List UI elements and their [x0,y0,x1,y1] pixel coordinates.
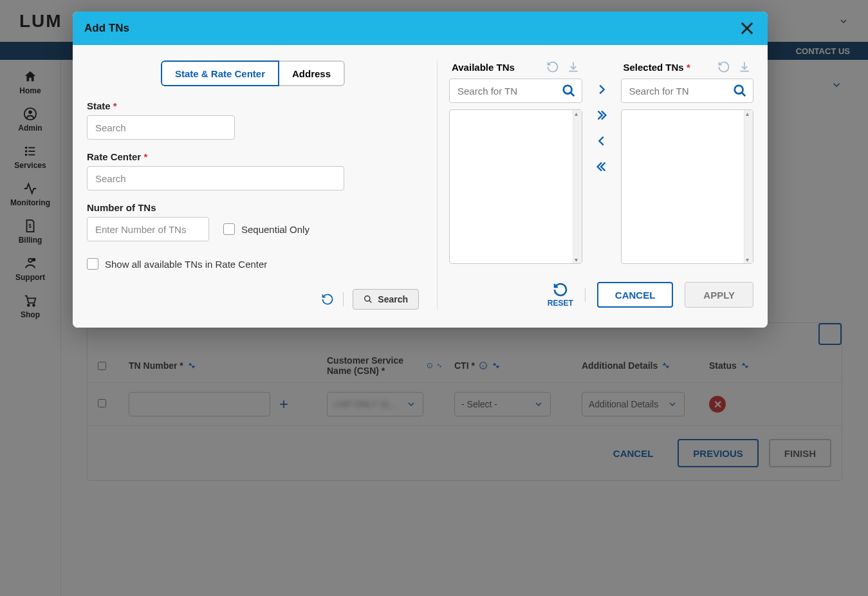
search-icon [364,295,373,304]
rate-center-input[interactable] [87,166,344,191]
move-all-left-icon[interactable] [595,160,609,174]
cancel-button[interactable]: CANCEL [597,282,674,308]
add-tns-modal: Add TNs State & Rate Center Address Stat… [73,12,768,328]
download-icon[interactable] [567,61,580,73]
search-icon[interactable] [562,84,576,98]
number-of-tns-input[interactable] [87,217,209,241]
svg-line-24 [570,93,574,97]
scrollbar[interactable] [573,110,582,263]
reset-button[interactable]: RESET [548,282,573,308]
move-all-right-icon[interactable] [595,108,609,122]
available-tns-list[interactable] [449,109,582,264]
tab-state-rate-center[interactable]: State & Rate Center [161,61,279,86]
svg-point-23 [563,86,571,94]
move-left-icon[interactable] [595,134,609,148]
svg-line-26 [742,93,746,97]
available-tns-label: Available TNs [452,62,515,73]
reset-icon[interactable] [546,61,559,73]
sequential-only-checkbox[interactable]: Sequential Only [223,223,309,235]
number-of-tns-label: Number of TNs [87,202,419,213]
move-right-icon[interactable] [595,82,609,97]
modal-title: Add TNs [84,22,129,35]
show-all-label: Show all available TNs in Rate Center [105,259,267,270]
svg-line-22 [369,301,372,303]
tab-address[interactable]: Address [279,61,345,86]
sequential-only-label: Sequential Only [241,224,309,235]
rate-center-label: Rate Center * [87,151,419,162]
selected-tns-label: Selected TNs * [623,62,690,73]
reset-icon [553,282,568,297]
download-icon[interactable] [738,61,751,73]
search-button[interactable]: Search [353,289,419,310]
scrollbar[interactable] [744,110,753,263]
apply-button[interactable]: APPLY [685,282,753,308]
svg-point-21 [365,296,370,301]
reset-icon[interactable] [321,293,334,306]
divider [585,288,586,302]
close-icon[interactable] [738,19,756,37]
reset-icon[interactable] [717,61,730,73]
selected-tns-list[interactable] [621,109,754,264]
svg-point-25 [735,86,743,94]
show-all-checkbox[interactable]: Show all available TNs in Rate Center [87,258,419,270]
state-input[interactable] [87,115,235,140]
state-label: State * [87,100,419,111]
search-icon[interactable] [733,84,747,98]
divider [343,292,344,306]
